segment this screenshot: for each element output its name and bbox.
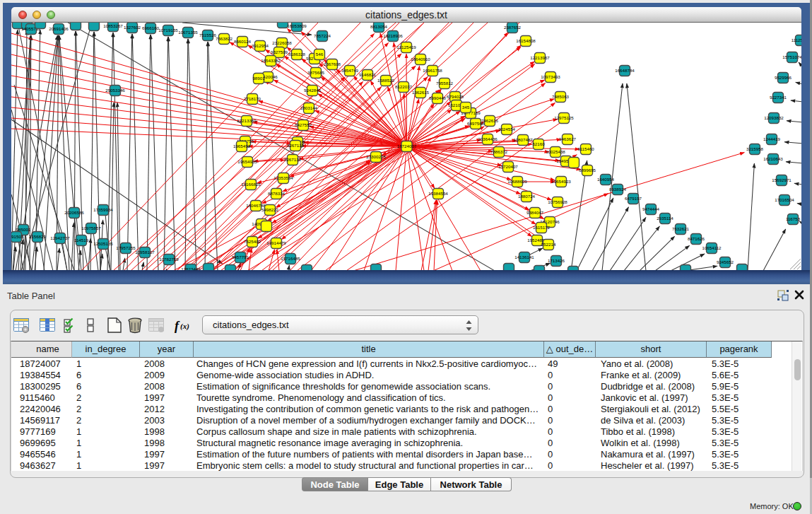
- svg-text:2935114: 2935114: [657, 216, 673, 221]
- svg-text:2367608: 2367608: [324, 62, 341, 66]
- svg-text:15692971: 15692971: [772, 177, 792, 182]
- svg-text:2803144: 2803144: [300, 105, 318, 110]
- svg-text:7857224: 7857224: [314, 33, 331, 38]
- svg-text:12353594: 12353594: [273, 175, 293, 180]
- svg-text:19384554: 19384554: [428, 191, 448, 196]
- svg-text:252214: 252214: [541, 242, 556, 247]
- svg-text:17957255: 17957255: [116, 245, 136, 250]
- svg-text:9529966: 9529966: [775, 75, 792, 80]
- svg-text:12125419: 12125419: [396, 45, 416, 49]
- svg-text:8878334: 8878334: [268, 191, 286, 196]
- svg-text:1880724: 1880724: [518, 194, 536, 199]
- svg-text:23300275: 23300275: [366, 154, 386, 159]
- svg-text:11125419: 11125419: [792, 37, 801, 42]
- svg-text:8186328: 8186328: [288, 52, 306, 57]
- svg-text:10973493: 10973493: [541, 74, 560, 79]
- svg-text:9384047: 9384047: [526, 210, 544, 215]
- svg-text:8471626: 8471626: [688, 236, 705, 241]
- svg-text:116753: 116753: [786, 216, 801, 221]
- svg-text:(x): (x): [180, 322, 189, 331]
- svg-text:29053346: 29053346: [105, 88, 125, 93]
- svg-text:7886372: 7886372: [490, 149, 508, 154]
- svg-text:98901: 98901: [252, 76, 265, 81]
- svg-text:3875685: 3875685: [307, 70, 325, 75]
- svg-text:2718170: 2718170: [244, 96, 261, 101]
- svg-text:6479197: 6479197: [625, 196, 642, 201]
- svg-text:1327602: 1327602: [124, 25, 141, 30]
- svg-text:19166825: 19166825: [241, 182, 261, 187]
- svg-text:20691406: 20691406: [49, 26, 69, 31]
- svg-text:8990448: 8990448: [429, 95, 447, 100]
- svg-text:16053809: 16053809: [287, 23, 307, 28]
- svg-text:2387652: 2387652: [504, 25, 522, 30]
- svg-text:16961758: 16961758: [423, 68, 442, 73]
- svg-text:546: 546: [316, 52, 324, 57]
- svg-text:10688609: 10688609: [507, 179, 527, 184]
- svg-text:8813054: 8813054: [370, 24, 388, 29]
- svg-text:12213967: 12213967: [530, 55, 550, 60]
- svg-text:10782759: 10782759: [159, 257, 179, 262]
- svg-text:15716485: 15716485: [281, 256, 300, 261]
- svg-text:1244419: 1244419: [763, 136, 781, 141]
- svg-text:10671355: 10671355: [178, 30, 198, 35]
- svg-text:9327509: 9327509: [271, 49, 288, 54]
- svg-text:15720407: 15720407: [498, 164, 518, 169]
- svg-text:8122037: 8122037: [395, 84, 413, 89]
- svg-text:9242845: 9242845: [304, 88, 322, 93]
- svg-text:8938924: 8938924: [609, 187, 627, 192]
- svg-text:23226058: 23226058: [272, 40, 292, 45]
- svg-text:9463627: 9463627: [559, 136, 577, 141]
- svg-text:9146821: 9146821: [359, 72, 377, 77]
- svg-text:345: 345: [462, 105, 470, 110]
- svg-text:8427552: 8427552: [295, 122, 312, 127]
- svg-text:1588520: 1588520: [377, 78, 395, 83]
- svg-text:16648784: 16648784: [615, 68, 635, 73]
- svg-text:3454749: 3454749: [341, 68, 359, 73]
- svg-text:3024554: 3024554: [498, 127, 516, 132]
- svg-text:18724007: 18724007: [397, 144, 417, 148]
- svg-text:14136141: 14136141: [514, 255, 534, 259]
- svg-text:10958107: 10958107: [135, 250, 155, 255]
- svg-text:20206586: 20206586: [64, 210, 84, 215]
- svg-text:9457791: 9457791: [232, 255, 249, 259]
- svg-text:391503: 391503: [11, 234, 24, 239]
- svg-text:7515526: 7515526: [199, 33, 217, 37]
- svg-text:19654923: 19654923: [551, 179, 571, 184]
- svg-text:114519: 114519: [74, 238, 89, 243]
- svg-text:19654935: 19654935: [237, 159, 257, 164]
- svg-text:12823446: 12823446: [181, 267, 201, 270]
- svg-text:9245652: 9245652: [717, 259, 734, 264]
- svg-text:16154808: 16154808: [516, 38, 536, 43]
- svg-text:7955812: 7955812: [436, 81, 454, 86]
- svg-text:12213369: 12213369: [237, 118, 257, 123]
- svg-text:20364436: 20364436: [478, 136, 498, 141]
- svg-text:10025438: 10025438: [546, 149, 565, 154]
- svg-text:16543382: 16543382: [261, 58, 281, 63]
- svg-text:10719155: 10719155: [158, 28, 178, 33]
- svg-text:2156829: 2156829: [29, 234, 47, 239]
- svg-text:3912954: 3912954: [252, 43, 269, 48]
- svg-text:7462616: 7462616: [481, 118, 499, 123]
- svg-text:12093832: 12093832: [764, 115, 784, 120]
- svg-text:1615172: 1615172: [533, 225, 551, 230]
- svg-text:6899695: 6899695: [579, 168, 596, 173]
- svg-text:10853267: 10853267: [103, 23, 123, 28]
- svg-text:1713426: 1713426: [548, 258, 565, 263]
- svg-text:1965493: 1965493: [233, 144, 251, 148]
- svg-text:6794028: 6794028: [447, 94, 464, 99]
- svg-text:62160: 62160: [532, 141, 545, 146]
- svg-text:9115460: 9115460: [577, 146, 594, 151]
- svg-text:16640910: 16640910: [411, 57, 430, 62]
- svg-text:17359934: 17359934: [93, 207, 113, 212]
- svg-text:15751074: 15751074: [782, 54, 801, 59]
- svg-text:6966160: 6966160: [142, 25, 160, 30]
- svg-text:7625402: 7625402: [244, 239, 261, 244]
- svg-text:1640954: 1640954: [597, 177, 615, 182]
- svg-text:8267130: 8267130: [284, 157, 302, 162]
- svg-text:10975857: 10975857: [81, 226, 101, 230]
- svg-text:12505135: 12505135: [93, 241, 113, 246]
- svg-text:5498222: 5498222: [261, 207, 279, 212]
- svg-text:10756928: 10756928: [548, 199, 567, 204]
- svg-text:10807487: 10807487: [513, 137, 533, 142]
- svg-text:9227341: 9227341: [770, 95, 787, 100]
